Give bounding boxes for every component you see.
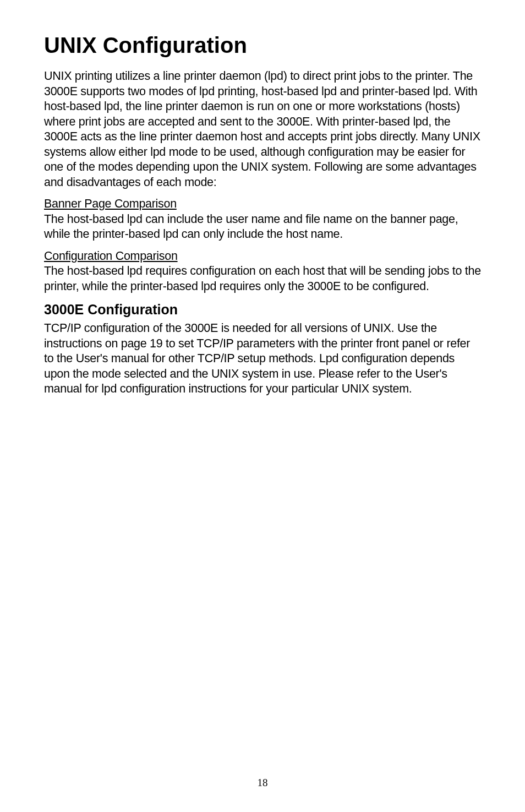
- intro-paragraph: UNIX printing utilizes a line printer da…: [44, 69, 481, 190]
- config-heading: Configuration Comparison: [44, 249, 481, 264]
- config-section: Configuration Comparison The host-based …: [44, 249, 481, 295]
- sub-body: TCP/IP configuration of the 3000E is nee…: [44, 321, 481, 397]
- banner-body: The host-based lpd can include the user …: [44, 212, 481, 242]
- page-number: 18: [0, 777, 525, 789]
- banner-heading: Banner Page Comparison: [44, 197, 481, 212]
- banner-section: Banner Page Comparison The host-based lp…: [44, 197, 481, 242]
- section-subtitle: 3000E Configuration: [44, 302, 481, 318]
- page-title: UNIX Configuration: [44, 33, 481, 58]
- config-body: The host-based lpd requires configuratio…: [44, 264, 481, 294]
